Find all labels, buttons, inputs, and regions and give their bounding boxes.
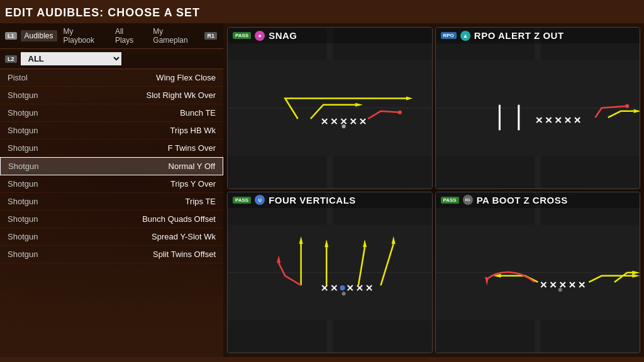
left-panel: L1 Audibles My Playbook All Plays My Gam…: [0, 23, 223, 357]
card-header-four-verticals: PASS U FOUR VERTICALS: [228, 192, 432, 208]
play-name: Trips Y Over: [170, 179, 216, 189]
play-name: Bunch TE: [180, 108, 216, 118]
card-type-four-v: PASS: [233, 197, 251, 204]
play-list: Pistol Wing Flex Close Shotgun Slot Righ…: [0, 69, 223, 357]
play-formation: Shotgun: [8, 250, 38, 259]
play-list-item[interactable]: Shotgun Bunch TE: [0, 104, 223, 122]
tab-badge-r1: R1: [204, 32, 217, 40]
svg-point-15: [398, 111, 402, 114]
play-name: Wing Flex Close: [156, 73, 216, 82]
play-name: Split Twins Offset: [153, 250, 216, 259]
play-name: Trips HB Wk: [170, 126, 216, 135]
play-name: Slot Right Wk Over: [146, 90, 216, 100]
play-list-item[interactable]: Shotgun F Twins Over: [0, 140, 223, 157]
svg-point-51: [342, 292, 346, 295]
play-card-rpo[interactable]: RPO ▲ RPO ALERT Z OUT: [435, 27, 641, 189]
tab-my-gameplan[interactable]: My Gameplan: [149, 26, 202, 46]
svg-point-12: [342, 124, 346, 128]
play-list-item[interactable]: Shotgun Slot Right Wk Over: [0, 87, 223, 104]
play-formation: Shotgun: [8, 126, 38, 135]
right-panel: PASS ● SNAG: [223, 23, 644, 357]
svg-point-44: [340, 285, 345, 290]
card-title-pa: PA BOOT Z CROSS: [477, 195, 568, 206]
page-title: EDIT AUDIBLES: CHOOSE A SET: [0, 0, 644, 23]
card-icon-rpo: ▲: [460, 31, 470, 41]
play-card-four-verticals[interactable]: PASS U FOUR VERTICALS: [227, 192, 433, 354]
card-type-rpo: RPO: [441, 32, 457, 39]
card-title-four-v: FOUR VERTICALS: [269, 195, 356, 206]
play-list-item[interactable]: Shotgun Trips HB Wk: [0, 122, 223, 140]
play-list-item[interactable]: Shotgun Spread Y-Slot Wk: [0, 228, 223, 246]
play-formation: Shotgun: [8, 143, 38, 153]
play-name: F Twins Over: [168, 143, 216, 153]
play-formation: Pistol: [8, 73, 28, 82]
svg-point-77: [558, 288, 562, 292]
tab-badge-l1: L1: [5, 32, 17, 40]
card-header-pa-boot: PASS R1 PA BOOT Z CROSS: [436, 192, 640, 208]
play-list-item[interactable]: Shotgun Normal Y Off: [0, 157, 223, 175]
card-icon-pa: R1: [463, 195, 473, 205]
play-card-pa-boot[interactable]: PASS R1 PA BOOT Z CROSS: [435, 192, 641, 354]
filter-select[interactable]: ALL: [21, 52, 121, 65]
play-list-item[interactable]: Shotgun Bunch Quads Offset: [0, 211, 223, 228]
play-formation: Shotgun: [8, 197, 38, 206]
filter-badge: L2: [5, 55, 17, 63]
card-title-snag: SNAG: [269, 30, 297, 41]
play-list-item[interactable]: Shotgun Trips TE: [0, 193, 223, 211]
play-card-snag[interactable]: PASS ● SNAG: [227, 27, 433, 189]
play-name: Spread Y-Slot Wk: [152, 232, 216, 241]
play-list-item[interactable]: Pistol Wing Flex Close: [0, 69, 223, 87]
tab-all-plays[interactable]: All Plays: [111, 26, 147, 46]
play-formation: Shotgun: [8, 179, 38, 189]
main-layout: L1 Audibles My Playbook All Plays My Gam…: [0, 23, 644, 357]
play-formation: Shotgun: [8, 108, 38, 118]
card-type-pa: PASS: [441, 197, 459, 204]
tab-audibles[interactable]: Audibles: [21, 30, 57, 41]
play-formation: Shotgun: [8, 232, 38, 241]
card-icon-snag: ●: [255, 31, 265, 41]
card-type-snag: PASS: [233, 32, 251, 39]
play-list-item[interactable]: Shotgun Trips Y Over: [0, 175, 223, 193]
tab-my-playbook[interactable]: My Playbook: [60, 26, 109, 46]
play-name: Normal Y Off: [169, 162, 215, 171]
svg-point-35: [625, 104, 629, 108]
card-header-rpo: RPO ▲ RPO ALERT Z OUT: [436, 28, 640, 43]
card-title-rpo: RPO ALERT Z OUT: [474, 30, 564, 41]
card-header-snag: PASS ● SNAG: [228, 28, 432, 43]
play-formation: Shotgun: [8, 162, 38, 171]
play-list-item[interactable]: Shotgun Split Twins Offset: [0, 246, 223, 263]
play-name: Bunch Quads Offset: [142, 214, 216, 224]
filter-row: L2 ALL: [0, 49, 223, 69]
tabs-bar: L1 Audibles My Playbook All Plays My Gam…: [0, 23, 223, 49]
play-formation: Shotgun: [8, 90, 38, 100]
play-name: Trips TE: [186, 197, 216, 206]
card-icon-four-v: U: [255, 195, 265, 205]
play-formation: Shotgun: [8, 214, 38, 224]
